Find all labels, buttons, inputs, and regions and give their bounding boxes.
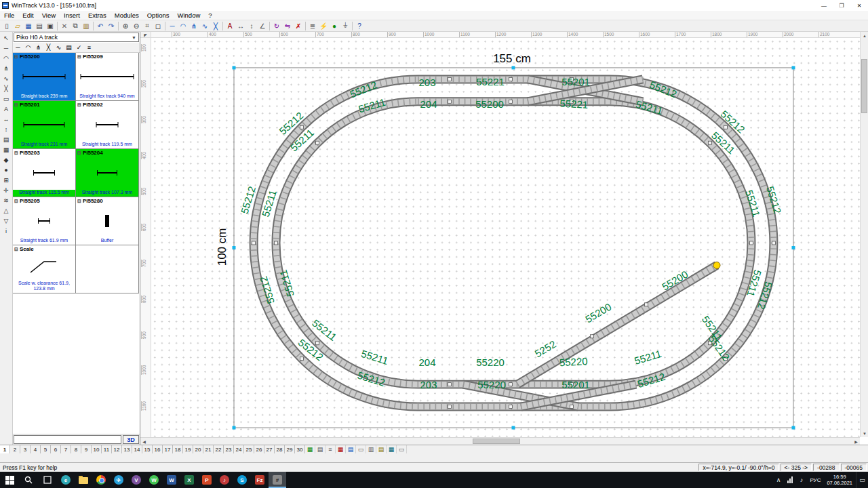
- sheet-green-icon[interactable]: ▦: [305, 445, 315, 453]
- track-plan-drawing[interactable]: 2035522155201552125521255211204552005522…: [151, 38, 860, 437]
- page-tab-10[interactable]: 10: [92, 445, 102, 453]
- search-button[interactable]: [19, 472, 38, 488]
- pal-straight-icon[interactable]: ─: [13, 43, 23, 52]
- track-part-label[interactable]: 204: [418, 357, 435, 368]
- new-icon[interactable]: ▯: [1, 21, 12, 31]
- page-tab-29[interactable]: 29: [285, 445, 295, 453]
- palette-search-input[interactable]: [14, 435, 121, 444]
- palette-item-PI55203[interactable]: ⊟PI55203Straight track 115.5 mm: [13, 149, 76, 197]
- palette-item-PI55200[interactable]: ⊟PI55200Straight track 239 mm: [13, 53, 76, 101]
- page-tab-1[interactable]: 1: [0, 445, 10, 453]
- maximize-button[interactable]: ❐: [833, 0, 850, 11]
- track-part-label[interactable]: 55212: [348, 79, 378, 100]
- view-3d-button[interactable]: 3D: [123, 435, 139, 444]
- pal-check-icon[interactable]: ✓: [74, 43, 84, 52]
- ruler-corner[interactable]: ◤: [140, 32, 151, 38]
- track-part-label[interactable]: 55200: [475, 98, 504, 110]
- palette-item-PI55205[interactable]: ⊟PI55205Straight track 61.9 mm: [13, 197, 76, 245]
- zoom-out-icon[interactable]: ⊖: [131, 21, 142, 31]
- page-tab-25[interactable]: 25: [244, 445, 254, 453]
- notification-center-icon[interactable]: ▭: [856, 472, 868, 488]
- redo-icon[interactable]: ↷: [106, 21, 117, 31]
- selection-handle[interactable]: [792, 246, 795, 249]
- delete-icon[interactable]: ✗: [293, 21, 304, 31]
- page-tab-19[interactable]: 19: [183, 445, 193, 453]
- sheet-hatch-icon[interactable]: ▥: [366, 445, 376, 453]
- pal-flex-icon[interactable]: ∿: [54, 43, 64, 52]
- page-tab-18[interactable]: 18: [173, 445, 183, 453]
- page-tab-21[interactable]: 21: [203, 445, 214, 453]
- track-part-label[interactable]: 55212: [636, 371, 667, 390]
- track-part-label[interactable]: 55211: [633, 348, 663, 367]
- page-tab-9[interactable]: 9: [81, 445, 92, 453]
- curve-tool-icon[interactable]: ◠: [1, 53, 12, 63]
- info-tool-icon[interactable]: i: [1, 226, 12, 236]
- page-tab-4[interactable]: 4: [31, 445, 41, 453]
- save-icon[interactable]: ▦: [23, 21, 34, 31]
- palette-item-PI55201[interactable]: ⊟PI55201Straight track 231 mm: [13, 101, 76, 149]
- scroll-down-icon[interactable]: ▼: [861, 430, 868, 437]
- palette-item-PI55209[interactable]: ⊟PI55209Straight flex track 940 mm: [76, 53, 139, 101]
- zoom-region-icon[interactable]: ⌗: [142, 21, 153, 31]
- open-icon[interactable]: ▱: [12, 21, 23, 31]
- page-tab-23[interactable]: 23: [224, 445, 234, 453]
- selection-handle[interactable]: [233, 426, 236, 430]
- palette-item-PI55280[interactable]: ⊟PI55280Buffer: [76, 197, 139, 245]
- track-part-label[interactable]: 55221: [559, 98, 588, 110]
- selection-handle[interactable]: [512, 426, 515, 430]
- menu-options[interactable]: Options: [143, 12, 174, 19]
- track-part-label[interactable]: 55211: [360, 348, 390, 367]
- page-tab-5[interactable]: 5: [41, 445, 51, 453]
- cut-icon[interactable]: ✕: [59, 21, 70, 31]
- pal-list-icon[interactable]: ▤: [64, 43, 74, 52]
- track-part-label[interactable]: 55201: [561, 379, 590, 390]
- height-icon[interactable]: ↕: [246, 21, 257, 31]
- page-tab-8[interactable]: 8: [71, 445, 81, 453]
- page-tab-15[interactable]: 15: [142, 445, 153, 453]
- track-part-label[interactable]: 55221: [476, 76, 505, 87]
- volume-icon[interactable]: ♪: [795, 476, 807, 483]
- sheet-blue-icon[interactable]: ▤: [346, 445, 356, 453]
- height-tool-icon[interactable]: ↕: [1, 124, 12, 134]
- menu-window[interactable]: Window: [173, 12, 204, 19]
- taskbar-app-viber[interactable]: V: [127, 472, 145, 488]
- selection-handle[interactable]: [792, 66, 795, 69]
- copy-icon[interactable]: ⧉: [70, 21, 81, 31]
- page-tab-2[interactable]: 2: [10, 445, 20, 453]
- track-part-label[interactable]: 203: [418, 77, 435, 88]
- page-tab-27[interactable]: 27: [264, 445, 275, 453]
- paste-icon[interactable]: ▥: [81, 21, 92, 31]
- close-button[interactable]: ✕: [850, 0, 868, 11]
- selection-handle[interactable]: [233, 66, 236, 69]
- taskbar-app-powerpoint[interactable]: P: [198, 472, 216, 488]
- table-tool-icon[interactable]: ▦: [1, 144, 12, 155]
- menu-extras[interactable]: Extras: [84, 12, 111, 19]
- sheet-plain-icon[interactable]: ▭: [356, 445, 366, 453]
- menu-insert[interactable]: Insert: [60, 12, 84, 19]
- pal-crossing-icon[interactable]: ╳: [43, 43, 54, 52]
- page-tab-14[interactable]: 14: [132, 445, 142, 453]
- print-icon[interactable]: ▤: [34, 21, 45, 31]
- wave-tool-icon[interactable]: ≋: [1, 195, 12, 205]
- flex-track-icon[interactable]: ∿: [199, 21, 210, 31]
- page-tab-7[interactable]: 7: [61, 445, 71, 453]
- turnout-tool-icon[interactable]: ⋔: [1, 63, 12, 73]
- track-part-label[interactable]: 55201: [561, 76, 590, 87]
- taskbar-app-file-explorer[interactable]: [75, 472, 92, 488]
- palette-item-PI55202[interactable]: ⊟PI55202Straight track 119.5 mm: [76, 101, 139, 149]
- grid-tool-icon[interactable]: ⊞: [1, 175, 12, 185]
- scroll-up-icon[interactable]: ▲: [861, 32, 868, 39]
- taskbar-app-player[interactable]: ♪: [216, 472, 233, 488]
- power-icon[interactable]: ⏚: [340, 21, 351, 31]
- sheet-teal-icon[interactable]: ▦: [387, 445, 397, 453]
- page-tab-26[interactable]: 26: [254, 445, 264, 453]
- straight-track-icon[interactable]: ─: [167, 21, 178, 31]
- down-tool-icon[interactable]: ▽: [1, 216, 12, 226]
- clock[interactable]: 16:59 07.06.2021: [823, 474, 856, 486]
- track-part-label[interactable]: 55200: [583, 301, 613, 325]
- page-tab-16[interactable]: 16: [153, 445, 163, 453]
- palette-item-Scale[interactable]: ⊟ScaleScale w. clearance 61.9, 123.8 mm: [13, 245, 76, 293]
- page-tab-22[interactable]: 22: [214, 445, 224, 453]
- page-tab-24[interactable]: 24: [234, 445, 244, 453]
- page-tab-3[interactable]: 3: [20, 445, 31, 453]
